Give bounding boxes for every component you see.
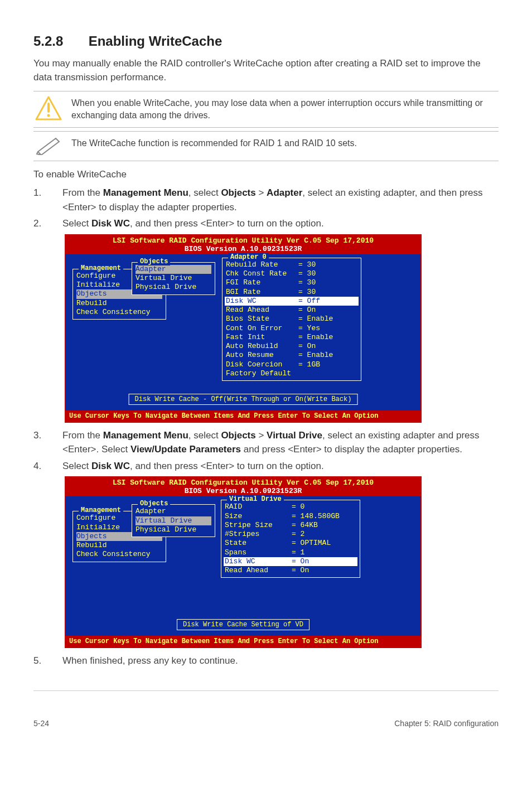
bios-title: LSI Software RAID Configuration Utility … xyxy=(66,477,420,487)
prop-bios-state[interactable]: Bios State= Enable xyxy=(226,315,357,323)
objects-item-virtual-drive[interactable]: Virtual Drive xyxy=(136,274,211,283)
step-number: 2. xyxy=(33,216,49,231)
management-legend: Management xyxy=(79,264,123,272)
objects-item-virtual-drive[interactable]: Virtual Drive xyxy=(136,516,211,525)
step-number: 1. xyxy=(33,186,49,214)
vd-stripes[interactable]: #Stripes= 2 xyxy=(225,530,356,539)
prop-auto-resume[interactable]: Auto Resume= Enable xyxy=(226,351,357,360)
objects-item-physical-drive[interactable]: Physical Drive xyxy=(136,283,211,292)
menu-item-rebuild[interactable]: Rebuild xyxy=(76,541,162,550)
prop-rebuild-rate[interactable]: Rebuild Rate= 30 xyxy=(226,260,357,269)
virtual-drive-panel: Virtual Drive RAID= 0 Size= 148.580GB St… xyxy=(221,500,360,578)
prop-chk-const-rate[interactable]: Chk Const Rate= 30 xyxy=(226,269,357,278)
step-1: 1. From the Management Menu, select Obje… xyxy=(33,186,499,214)
step-number: 3. xyxy=(33,428,49,457)
prop-auto-rebuild[interactable]: Auto Rebuild= On xyxy=(226,342,357,351)
bios-title: LSI Software RAID Configuration Utility … xyxy=(66,235,420,245)
step-number: 5. xyxy=(33,654,49,668)
vd-spans[interactable]: Spans= 1 xyxy=(225,548,356,557)
menu-item-rebuild[interactable]: Rebuild xyxy=(76,299,162,308)
objects-panel: Objects Adapter Virtual Drive Physical D… xyxy=(132,262,215,295)
pencil-icon xyxy=(35,135,62,157)
vd-raid[interactable]: RAID= 0 xyxy=(225,503,356,511)
step-3: 3. From the Management Menu, select Obje… xyxy=(33,428,499,457)
warning-note: When you enable WriteCache, you may lose… xyxy=(33,91,499,128)
warning-triangle-icon xyxy=(35,95,62,124)
step-text: When finished, press any key to continue… xyxy=(62,654,499,668)
step-number: 4. xyxy=(33,459,49,474)
bios-footer-hint: Use Cursor Keys To Navigate Between Item… xyxy=(66,410,420,422)
bios-footer-hint: Use Cursor Keys To Navigate Between Item… xyxy=(66,636,420,647)
intro-paragraph: You may manually enable the RAID control… xyxy=(33,57,499,84)
chapter-label: Chapter 5: RAID configuration xyxy=(394,719,499,728)
status-message: Disk Write Cache Setting of VD xyxy=(177,619,309,630)
objects-item-adapter[interactable]: Adapter xyxy=(136,265,211,274)
section-title-text: Enabling WriteCache xyxy=(89,33,223,49)
objects-legend: Objects xyxy=(138,500,170,508)
step-2: 2. Select Disk WC, and then press <Enter… xyxy=(33,216,499,231)
status-message: Disk Write Cache - Off(Write Through or … xyxy=(129,394,358,405)
menu-item-check-consistency[interactable]: Check Consistency xyxy=(76,308,162,317)
svg-point-2 xyxy=(47,114,50,117)
step-4: 4. Select Disk WC, and then press <Enter… xyxy=(33,459,499,474)
prop-disk-wc[interactable]: Disk WC= Off xyxy=(225,297,359,306)
vd-state[interactable]: State= OPTIMAL xyxy=(225,539,356,548)
prop-fgi-rate[interactable]: FGI Rate= 30 xyxy=(226,278,357,287)
menu-item-check-consistency[interactable]: Check Consistency xyxy=(76,550,162,559)
objects-item-adapter[interactable]: Adapter xyxy=(136,507,211,516)
adapter-legend: Adapter 0 xyxy=(228,253,269,261)
vd-disk-wc[interactable]: Disk WC= On xyxy=(224,557,357,566)
objects-panel: Objects Adapter Virtual Drive Physical D… xyxy=(132,504,215,537)
adapter-properties-panel: Adapter 0 Rebuild Rate= 30 Chk Const Rat… xyxy=(222,258,361,381)
prop-bgi-rate[interactable]: BGI Rate= 30 xyxy=(226,288,357,297)
tip-text: The WriteCache function is recommended f… xyxy=(71,135,499,152)
page-number: 5-24 xyxy=(33,719,49,728)
objects-item-physical-drive[interactable]: Physical Drive xyxy=(136,525,211,534)
bios-screenshot-virtual-drive: LSI Software RAID Configuration Utility … xyxy=(65,476,422,648)
section-number: 5.2.8 xyxy=(33,33,85,49)
objects-legend: Objects xyxy=(138,258,170,265)
prop-read-ahead[interactable]: Read Ahead= On xyxy=(226,306,357,315)
step-5: 5. When finished, press any key to conti… xyxy=(33,654,499,668)
prop-factory-default[interactable]: Factory Default xyxy=(226,369,357,378)
management-legend: Management xyxy=(79,506,123,514)
procedure-heading: To enable WriteCache xyxy=(33,169,499,180)
vd-size[interactable]: Size= 148.580GB xyxy=(225,512,356,521)
section-heading: 5.2.8 Enabling WriteCache xyxy=(33,33,499,49)
bios-screenshot-adapter: LSI Software RAID Configuration Utility … xyxy=(65,234,422,423)
prop-fast-init[interactable]: Fast Init= Enable xyxy=(226,333,357,342)
warning-text: When you enable WriteCache, you may lose… xyxy=(71,95,499,123)
prop-cont-on-error[interactable]: Cont On Error= Yes xyxy=(226,324,357,333)
prop-disk-coercion[interactable]: Disk Coercion= 1GB xyxy=(226,360,357,369)
virtual-drive-legend: Virtual Drive xyxy=(227,495,284,503)
page-footer: 5-24 Chapter 5: RAID configuration xyxy=(33,719,499,728)
vd-read-ahead[interactable]: Read Ahead= On xyxy=(225,566,356,575)
vd-stripe-size[interactable]: Stripe Size= 64KB xyxy=(225,521,356,530)
tip-note: The WriteCache function is recommended f… xyxy=(33,131,499,161)
